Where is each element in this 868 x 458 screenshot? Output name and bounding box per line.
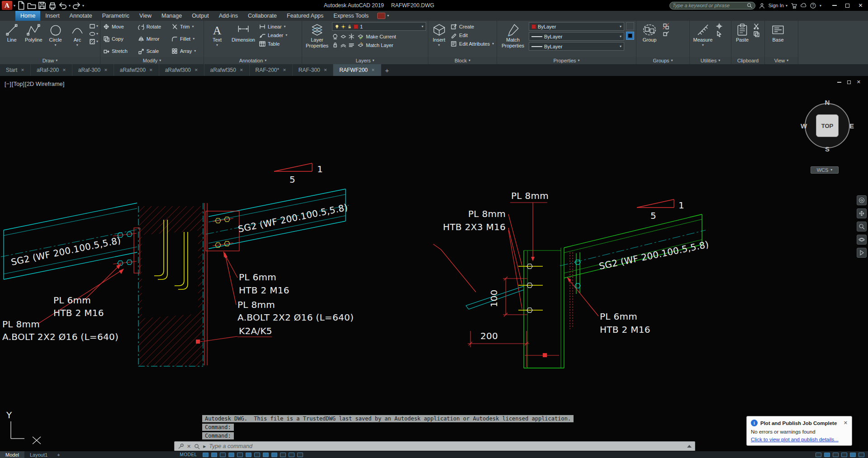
ribbon-tab[interactable]: View	[134, 11, 157, 21]
file-tab-close-icon[interactable]: ✕	[194, 68, 198, 72]
polyline-button[interactable]: Polyline	[24, 22, 43, 57]
app-menu-chevron-icon[interactable]: ▾	[14, 4, 15, 8]
plot-button[interactable]	[48, 1, 57, 9]
left-slope-rise-label[interactable]: 1	[317, 164, 323, 175]
clean-screen-icon[interactable]	[859, 453, 864, 457]
pl6-label-b[interactable]: PL 6mm	[239, 272, 276, 283]
transparency-button[interactable]	[626, 32, 634, 40]
drawing-area[interactable]: [−] [Top] [2D Wireframe] ✕	[0, 76, 868, 451]
arc-button[interactable]: Arc ▾	[67, 22, 87, 57]
sign-in-button[interactable]: Sign In▾	[768, 3, 787, 8]
edit-block-button[interactable]: Edit	[450, 31, 495, 39]
viewcube-east[interactable]: E	[849, 122, 854, 130]
id-point-button[interactable]	[716, 23, 722, 29]
layer-freeze-button[interactable]	[348, 33, 355, 40]
viewcube-top-face[interactable]: TOP	[816, 114, 839, 137]
insert-button[interactable]: Insert ▾	[430, 22, 448, 57]
match-layer-button[interactable]: Match Layer	[356, 41, 394, 49]
line-button[interactable]: Line	[2, 22, 22, 57]
make-current-button[interactable]: Make Current	[356, 32, 397, 41]
infer-constraints-icon[interactable]	[220, 453, 226, 457]
file-tab[interactable]: aRafwf200 ✕	[114, 64, 159, 76]
fillet-button[interactable]: Fillet▾	[171, 34, 202, 43]
edit-attributes-button[interactable]: Edit Attributes▾	[450, 39, 495, 48]
ribbon-tab[interactable]: Parametric	[97, 11, 134, 21]
file-tab-close-icon[interactable]: ✕	[371, 68, 375, 72]
leader-button[interactable]: Leader▾	[258, 31, 288, 39]
annotation-scale-icon[interactable]	[824, 453, 830, 457]
htb-label-b[interactable]: HTB 2 M16	[239, 285, 289, 296]
htb-label-a[interactable]: HTB 2 M16	[53, 307, 104, 318]
model-space-button[interactable]: MODEL	[180, 452, 197, 457]
move-button[interactable]: Move	[102, 22, 133, 31]
layer-states-button[interactable]	[348, 42, 355, 48]
new-layout-button[interactable]: +	[53, 451, 64, 458]
file-tab-close-icon[interactable]: ✕	[149, 68, 153, 72]
viewcube[interactable]: N S W E TOP	[800, 99, 854, 153]
annotation-monitor-icon[interactable]	[841, 453, 847, 457]
abolt-label-a[interactable]: A.BOLT 2X2 Ø16 (L=640)	[2, 331, 119, 342]
linetype-dropdown[interactable]: ByLayer ▾	[529, 32, 624, 41]
panel-draw-footer[interactable]: Draw▾	[0, 57, 100, 64]
viewport-visual-style-control[interactable]: [2D Wireframe]	[25, 80, 64, 87]
isometric-drafting-icon[interactable]	[254, 453, 260, 457]
minimize-button[interactable]	[828, 0, 841, 11]
command-expand-chevron-icon[interactable]	[687, 445, 692, 448]
help-chevron-icon[interactable]: ▾	[820, 4, 821, 8]
ribbon-tab[interactable]: Insert	[40, 11, 64, 21]
right-connection-detail[interactable]: SG2 (WF 200.100.5,5.8) 1 5 PL 8mm PL 8mm…	[433, 190, 710, 368]
paste-button[interactable]: Paste	[733, 22, 751, 57]
selection-cycling-icon[interactable]	[297, 453, 303, 457]
transparency-toggle-icon[interactable]	[289, 453, 294, 457]
htb-2x3-label[interactable]: HTB 2X3 M16	[443, 222, 506, 232]
pl6-right-label[interactable]: PL 6mm	[600, 311, 637, 322]
left-beam-label[interactable]: SG2 (WF 200.100.5,5.8)	[10, 235, 122, 268]
snap-mode-icon[interactable]	[211, 453, 217, 457]
right-plate-bolts[interactable]	[213, 217, 233, 247]
file-tab[interactable]: RAF-300 ✕	[293, 64, 334, 76]
viewcube-north[interactable]: N	[825, 99, 830, 106]
redo-button[interactable]	[72, 1, 81, 9]
viewcube-west[interactable]: W	[801, 122, 807, 130]
command-line[interactable]: ✕ ▸	[174, 441, 695, 451]
layer-dropdown[interactable]: 1 ▾	[332, 22, 426, 31]
circle-button[interactable]: Circle ▾	[46, 22, 66, 57]
workspace-switching-icon[interactable]	[833, 453, 839, 457]
zoom-button[interactable]	[857, 222, 867, 231]
layer-walk-button[interactable]	[340, 42, 346, 48]
left-detail-right-beam-label[interactable]: SG2 (WF 200.100.5,5.8)	[237, 202, 349, 235]
abolt-label-b[interactable]: A.BOLT 2X2 Ø16 (L=640)	[237, 312, 354, 323]
qat-customize-chevron-icon[interactable]: ▾	[82, 4, 84, 8]
ellipse-tool-button[interactable]: ▾	[89, 31, 98, 37]
ribbon-overflow-chevron-icon[interactable]: ▾	[387, 14, 389, 21]
object-snap-tracking-icon[interactable]	[263, 453, 269, 457]
help-icon[interactable]: ?	[810, 3, 816, 9]
rotate-button[interactable]: Rotate	[137, 22, 167, 31]
layout1-tab[interactable]: Layout1	[24, 451, 53, 458]
left-slope-run-label[interactable]: 5	[289, 174, 295, 185]
right-detail-bolts[interactable]	[518, 260, 580, 312]
array-button[interactable]: Array▾	[171, 47, 202, 55]
ribbon-tab[interactable]: Home	[15, 11, 40, 21]
create-block-button[interactable]: Create	[450, 22, 495, 31]
file-tab-close-icon[interactable]: ✕	[62, 68, 66, 72]
file-tab[interactable]: RAFWF200 ✕	[333, 64, 381, 76]
search-icon[interactable]	[747, 3, 752, 8]
quick-select-button[interactable]	[716, 31, 722, 37]
show-motion-button[interactable]	[857, 248, 867, 258]
group-edit-button[interactable]	[663, 31, 669, 37]
stretch-button[interactable]: Stretch	[102, 47, 133, 55]
panel-view-footer[interactable]: View▾	[765, 57, 798, 64]
new-drawing-tab-button[interactable]: +	[381, 64, 393, 76]
ribbon-tab[interactable]: Add-ins	[214, 11, 243, 21]
isolate-objects-icon[interactable]	[850, 453, 856, 457]
htb-right-label[interactable]: HTB 2 M16	[600, 324, 650, 335]
lineweight-dropdown[interactable]: ByLayer ▾	[529, 42, 624, 51]
save-button[interactable]	[38, 1, 47, 9]
match-properties-button[interactable]: Match Properties	[499, 22, 527, 57]
right-beam-label[interactable]: SG2 (WF 200.100.5,5.8)	[598, 239, 710, 272]
autodesk-cloud-icon[interactable]	[801, 3, 806, 9]
right-slope-rise-label[interactable]: 1	[678, 200, 684, 211]
ribbon-tab[interactable]: Annotate	[65, 11, 97, 21]
properties-list-button[interactable]	[626, 22, 634, 30]
